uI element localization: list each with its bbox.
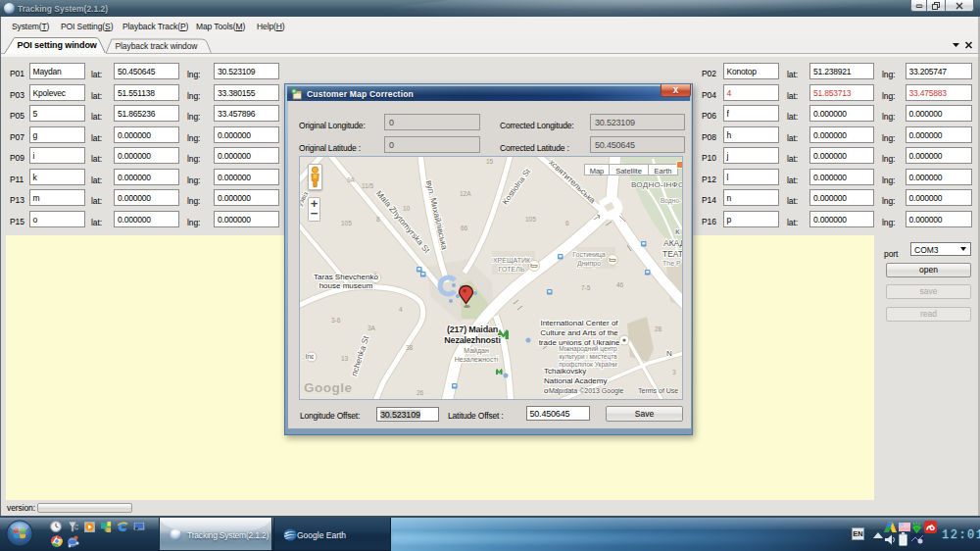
svg-text:N: N	[666, 349, 672, 358]
svg-text:7-5: 7-5	[581, 284, 591, 291]
svg-text:3A: 3A	[368, 325, 376, 331]
svg-text:International Center of: International Center of	[540, 319, 618, 327]
svg-text:ТЕАТ: ТЕАТ	[662, 249, 682, 259]
svg-text:38: 38	[406, 344, 414, 351]
svg-text:Playback track window: Playback track window	[116, 41, 199, 51]
svg-text:11/5: 11/5	[362, 182, 374, 189]
svg-text:, Inc: , Inc	[302, 353, 315, 360]
svg-text:10: 10	[403, 205, 411, 212]
svg-text:3-6: 3-6	[331, 317, 341, 324]
svg-text:культури і мистецтв: культури і мистецтв	[559, 353, 617, 361]
svg-text:105: 105	[525, 216, 536, 223]
svg-text:POI setting window: POI setting window	[18, 40, 98, 50]
svg-text:АКАД: АКАД	[663, 238, 682, 248]
svg-text:Водно-: Водно-	[661, 197, 681, 205]
svg-text:9A: 9A	[347, 176, 356, 183]
svg-text:15: 15	[486, 158, 494, 165]
svg-text:26: 26	[416, 389, 424, 396]
svg-text:Google: Google	[304, 380, 353, 395]
svg-text:13: 13	[341, 355, 349, 362]
svg-text:National Academy: National Academy	[544, 376, 607, 385]
svg-text:12A: 12A	[460, 190, 471, 197]
svg-text:Днипро: Днипро	[577, 260, 601, 268]
svg-text:6: 6	[565, 220, 569, 226]
svg-text:Map data ©2013 Google: Map data ©2013 Google	[549, 387, 623, 395]
svg-text:ХРЕЩАТИК: ХРЕЩАТИК	[493, 257, 531, 265]
svg-text:Terms of Use: Terms of Use	[638, 387, 678, 394]
svg-text:К: К	[675, 227, 680, 236]
svg-text:Незалежності: Незалежності	[455, 356, 499, 363]
svg-text:Tchaikovsky: Tchaikovsky	[544, 367, 586, 376]
svg-text:ГОТЕЛЬ: ГОТЕЛЬ	[499, 266, 525, 273]
svg-text:Taras Shevchenko: Taras Shevchenko	[314, 273, 378, 281]
svg-text:28: 28	[655, 326, 662, 332]
svg-text:The P: The P	[662, 260, 681, 267]
svg-text:(217) Maidan: (217) Maidan	[447, 325, 498, 334]
svg-text:105: 105	[341, 220, 352, 226]
svg-text:Міжнародний центр: Міжнародний центр	[559, 345, 617, 353]
svg-text:66: 66	[461, 225, 468, 231]
svg-text:ВОДНО-ІНФОР: ВОДНО-ІНФОР	[631, 180, 682, 189]
svg-text:8: 8	[376, 216, 380, 223]
svg-text:Гостиница: Гостиница	[572, 251, 606, 259]
svg-text:Culture and Arts of the: Culture and Arts of the	[540, 328, 618, 337]
svg-text:46: 46	[616, 281, 624, 288]
svg-text:3: 3	[672, 369, 676, 376]
svg-text:Майдан: Майдан	[464, 347, 489, 355]
svg-text:house museum: house museum	[319, 281, 373, 290]
svg-text:Nezalezhnosti: Nezalezhnosti	[444, 335, 500, 345]
svg-text:4: 4	[399, 306, 403, 313]
